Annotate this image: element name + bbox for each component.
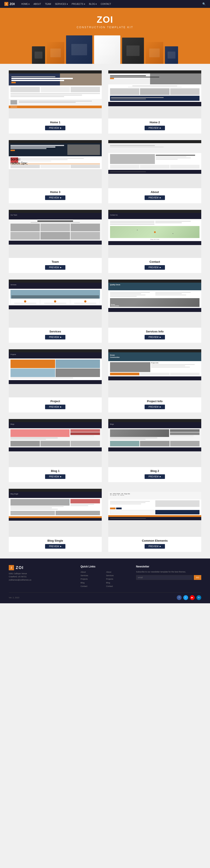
hero-subtitle: Construction Template Kit <box>4 26 206 29</box>
template-card-services-info: Quality Check <box>108 280 201 343</box>
newsletter-submit-button[interactable]: GO <box>194 575 201 580</box>
hero-preview-1 <box>32 46 45 64</box>
blog2-preview: Blogs <box>108 419 201 467</box>
home2-preview <box>108 70 201 119</box>
home3-preview: border-radius:1px; <box>9 140 102 188</box>
footer-links-heading: Quick Links <box>81 565 129 568</box>
footer-link-projects[interactable]: Projects <box>81 577 104 581</box>
footer-bottom: Ver. 2, 2023 f t ▶ in <box>9 592 201 600</box>
template-card-home2: Home 2 PREVIEW ▶ <box>108 70 201 133</box>
project-info-preview: DreamConstruction Project Info <box>108 349 201 397</box>
footer-link-services2[interactable]: Services <box>106 574 129 577</box>
template-card-blog-single: Blog Single <box>9 489 102 552</box>
home2-thumb <box>108 70 201 119</box>
linkedin-icon[interactable]: in <box>197 595 201 600</box>
nav-home[interactable]: HOME ▾ <box>21 3 30 5</box>
project-thumb: Projects <box>9 349 102 397</box>
blog1-preview-button[interactable]: PREVIEW ▶ <box>45 474 65 479</box>
blog1-label: Blog 1 <box>51 469 60 472</box>
home1-preview <box>9 70 102 119</box>
youtube-icon[interactable]: ▶ <box>190 595 195 600</box>
home3-preview-button[interactable]: PREVIEW ▶ <box>45 195 65 200</box>
navbar: Z ZOI HOME ▾ ABOUT TEAM SERVICES ▾ PROJE… <box>0 0 210 8</box>
project-info-thumb: DreamConstruction Project Info <box>108 349 201 397</box>
arrow-icon: ▶ <box>60 197 61 199</box>
newsletter-email-input[interactable] <box>136 575 193 580</box>
footer-link-about[interactable]: About <box>81 570 104 574</box>
template-card-common: H1 - TITLE TEXT H2 - Page title H3 - Tit… <box>108 489 201 552</box>
arrow-icon: ▶ <box>160 267 161 269</box>
home1-preview-button[interactable]: PREVIEW ▶ <box>45 126 65 130</box>
nav-team[interactable]: TEAM <box>45 3 51 5</box>
team-preview-button[interactable]: PREVIEW ▶ <box>45 265 65 270</box>
arrow-icon: ▶ <box>160 197 161 199</box>
footer-link-blog2[interactable]: Blog <box>106 581 129 585</box>
project-preview: Projects <box>9 349 102 397</box>
common-preview-button[interactable]: PREVIEW ▶ <box>145 544 165 549</box>
services-info-label: Services Info <box>146 330 163 333</box>
template-card-team: Our Team <box>9 210 102 273</box>
project-info-preview-button[interactable]: PREVIEW ▶ <box>145 405 165 409</box>
arrow-icon: ▶ <box>60 476 61 477</box>
nav-projects[interactable]: PROJECTS ▾ <box>72 3 85 5</box>
twitter-icon[interactable]: t <box>183 595 188 600</box>
template-card-services: Services <box>9 280 102 343</box>
footer-link-contact[interactable]: Contact <box>81 585 104 588</box>
services-label: Services <box>50 330 61 333</box>
common-label: Common Elements <box>142 539 168 542</box>
footer-link-contact2[interactable]: Contact <box>106 585 129 588</box>
nav-contact[interactable]: CONTACT <box>101 3 111 5</box>
hero-title: ZOI <box>4 14 206 25</box>
navbar-menu: HOME ▾ ABOUT TEAM SERVICES ▾ PROJECTS ▾ … <box>21 3 111 5</box>
project-preview-button[interactable]: PREVIEW ▶ <box>45 405 65 409</box>
arrow-icon: ▶ <box>160 546 161 547</box>
arrow-icon: ▶ <box>160 476 161 477</box>
about-label: About <box>151 190 159 194</box>
services-preview-button[interactable]: PREVIEW ▶ <box>45 335 65 339</box>
footer-logo-icon: Z <box>9 565 14 570</box>
blog1-thumb: Blogs <box>9 419 102 467</box>
about-thumb <box>108 140 201 188</box>
services-info-preview-button[interactable]: PREVIEW ▶ <box>145 335 165 339</box>
contact-label: Contact <box>149 260 160 264</box>
footer-link-services[interactable]: Services <box>81 574 104 577</box>
footer-link-blog[interactable]: Blog <box>81 581 104 585</box>
blog2-label: Blog 2 <box>150 469 159 472</box>
logo-icon: Z <box>4 2 8 6</box>
blog2-preview-button[interactable]: PREVIEW ▶ <box>145 474 165 479</box>
home1-label: Home 1 <box>50 121 60 124</box>
footer-link-projects2[interactable]: Projects <box>106 577 129 581</box>
nav-services[interactable]: SERVICES ▾ <box>55 3 68 5</box>
hero-preview-4 <box>94 35 120 64</box>
home2-preview-button[interactable]: PREVIEW ▶ <box>145 126 165 130</box>
search-icon[interactable]: 🔍 <box>202 2 206 5</box>
blog-single-preview-button[interactable]: PREVIEW ▶ <box>45 544 65 549</box>
navbar-logo[interactable]: Z ZOI <box>4 2 14 6</box>
footer-newsletter-form: GO <box>136 575 201 580</box>
arrow-icon: ▶ <box>60 127 61 129</box>
nav-blog[interactable]: BLOG ▾ <box>89 3 97 5</box>
about-preview-button[interactable]: PREVIEW ▶ <box>145 195 165 200</box>
blog-single-thumb: Blog Single <box>9 489 102 537</box>
footer-link-about2[interactable]: About <box>106 570 129 574</box>
facebook-icon[interactable]: f <box>177 595 182 600</box>
contact-preview-button[interactable]: PREVIEW ▶ <box>145 265 165 270</box>
footer: Z ZOI 5391 Calliope Venue Crawford, US 5… <box>0 558 210 603</box>
home3-label: Home 3 <box>50 190 60 194</box>
template-card-blog1: Blogs <box>9 419 102 482</box>
services-preview: Services <box>9 280 102 328</box>
project-label: Project <box>50 400 60 403</box>
team-thumb: Our Team <box>9 210 102 258</box>
template-card-contact: Contact Us <box>108 210 201 273</box>
hero-preview-2 <box>47 42 64 64</box>
footer-about: Z ZOI 5391 Calliope Venue Crawford, US 5… <box>9 565 74 588</box>
nav-about[interactable]: ABOUT <box>33 3 41 5</box>
template-card-about: About PREVIEW ▶ <box>108 140 201 203</box>
footer-links: Quick Links About About Services Service… <box>81 565 129 588</box>
footer-newsletter-heading: Newsletter <box>136 565 201 568</box>
template-card-home3: border-radius:1px; <box>9 140 102 203</box>
footer-newsletter: Newsletter Subscribe to our newsletter t… <box>136 565 201 588</box>
blog-single-label: Blog Single <box>48 539 63 542</box>
blog2-thumb: Blogs <box>108 419 201 467</box>
footer-logo: Z ZOI <box>9 565 74 570</box>
